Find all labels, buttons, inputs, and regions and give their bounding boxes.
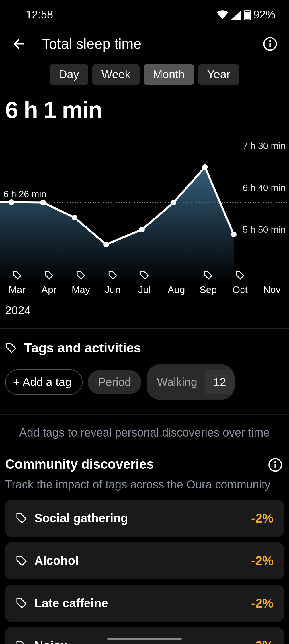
tags-help-text: Add tags to reveal personal discoveries … [0,414,289,456]
status-time: 12:58 [26,9,53,21]
tag-icon [203,270,213,280]
chart-svg [0,132,289,284]
x-axis-labels: Mar Apr May Jun Jul Aug Sep Oct Nov [0,284,289,298]
community-info-button[interactable] [267,456,284,474]
community-item[interactable]: Noisy -3% [5,627,284,644]
svg-point-17 [202,164,208,170]
info-icon [268,457,283,472]
community-item[interactable]: Social gathering -2% [5,500,284,537]
community-item-label: Late caffeine [34,596,108,610]
tag-chip-walking[interactable]: Walking 12 [147,364,235,400]
community-item-delta: -2% [251,554,274,568]
time-range-tabs: Day Week Month Year [0,58,289,94]
x-label: Oct [224,284,256,295]
svg-point-11 [9,199,14,205]
community-item-label: Social gathering [34,511,128,525]
tag-icon [5,342,17,354]
y-axis-label: 6 h 40 min [243,183,286,193]
year-label: 2024 [0,298,289,328]
status-bar: 12:58 92% [0,0,289,24]
y-axis-label: 7 h 30 min [243,141,286,151]
tag-icon [15,640,28,644]
tag-icon [15,597,28,609]
wifi-icon [217,10,228,20]
home-indicator[interactable] [107,638,182,640]
svg-point-13 [72,215,77,220]
tag-icon [140,270,149,280]
x-label: Apr [33,284,65,295]
community-subtitle: Track the impact of tags across the Oura… [0,476,289,500]
arrow-left-icon [12,37,26,51]
community-heading: Community discoveries [0,456,289,476]
svg-point-16 [171,200,176,205]
svg-point-20 [274,461,276,463]
community-item-delta: -2% [251,596,274,610]
x-label: Mar [1,284,33,295]
svg-point-18 [231,232,237,237]
tab-month[interactable]: Month [144,64,194,85]
page-header: Total sleep time [0,24,289,58]
tag-icon [15,512,28,524]
tag-icon [15,555,28,567]
community-list: Social gathering -2% Alcohol -2% Late ca… [0,500,289,644]
community-item-label: Noisy [34,639,67,644]
status-icons: 92% [217,9,275,21]
community-item-label: Alcohol [34,554,79,568]
tags-heading: Tags and activities [0,329,289,364]
svg-rect-2 [245,12,250,19]
tag-chip-label: Walking [157,376,197,389]
tag-icon [235,270,245,280]
community-item[interactable]: Alcohol -2% [5,542,284,579]
community-item-delta: -2% [251,511,274,525]
tag-icon [12,270,22,280]
y-axis-label: 5 h 50 min [243,224,286,235]
tag-chip-period[interactable]: Period [88,370,142,394]
x-label: Nov [256,284,288,295]
tag-chip-count: 12 [205,370,235,394]
x-label: Jul [128,284,160,295]
summary-value: 6 h 1 min [0,94,289,132]
tab-week[interactable]: Week [92,64,140,85]
tag-chip-row: + Add a tag Period Walking 12 [0,364,289,414]
x-label: May [65,284,97,295]
info-button[interactable] [261,35,279,53]
svg-rect-21 [274,464,276,468]
svg-point-12 [40,200,46,205]
tags-heading-text: Tags and activities [24,340,141,356]
community-item-delta: -3% [251,639,274,644]
page-title: Total sleep time [42,36,247,52]
info-icon [263,36,278,51]
chart-annotation: 6 h 26 min [3,189,46,199]
cell-signal-icon [231,10,241,20]
sleep-chart[interactable]: 7 h 30 min 6 h 40 min 5 h 50 min 6 h 26 … [0,132,289,284]
tab-day[interactable]: Day [50,64,88,85]
battery-icon [244,10,251,20]
x-label: Aug [161,284,192,295]
svg-point-4 [269,40,271,42]
tab-year[interactable]: Year [198,64,240,85]
svg-point-14 [103,242,109,247]
tag-icon [44,270,54,280]
svg-point-15 [139,227,145,232]
svg-rect-5 [269,43,271,47]
x-label: Sep [192,284,224,295]
community-item[interactable]: Late caffeine -2% [5,585,284,622]
x-label: Jun [97,284,128,295]
back-button[interactable] [10,35,28,53]
community-title: Community discoveries [5,456,267,472]
add-tag-button[interactable]: + Add a tag [5,369,83,395]
tag-icon [76,270,86,280]
tag-icon [108,270,118,280]
battery-percent: 92% [253,9,275,21]
